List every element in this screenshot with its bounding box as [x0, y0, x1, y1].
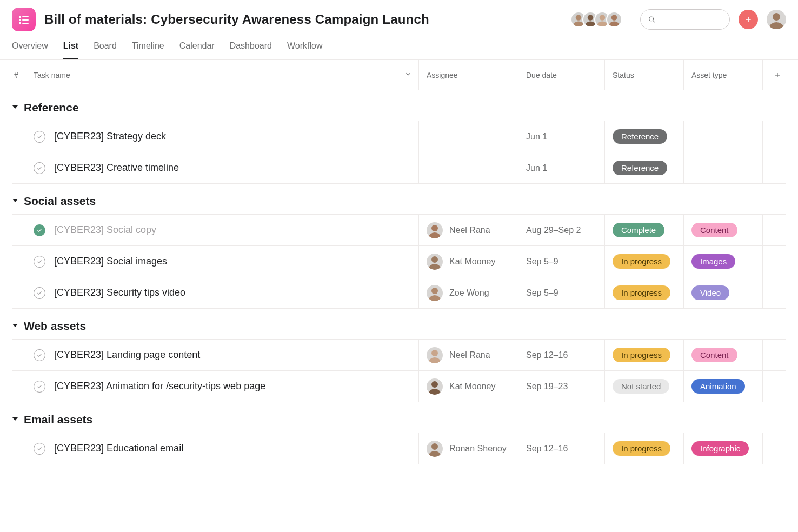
assignee-name: Neel Rana: [449, 350, 490, 360]
caret-down-icon[interactable]: [12, 415, 18, 424]
asset-type-cell[interactable]: Video: [683, 277, 762, 308]
section-header[interactable]: Web assets: [12, 309, 786, 339]
tab-timeline[interactable]: Timeline: [132, 37, 164, 59]
assignee-cell[interactable]: Ronan Shenoy: [418, 433, 518, 464]
complete-checkbox[interactable]: [34, 381, 45, 393]
due-date-cell[interactable]: Jun 1: [518, 121, 604, 152]
view-tabs: OverviewListBoardTimelineCalendarDashboa…: [0, 31, 798, 60]
col-status[interactable]: Status: [604, 60, 683, 90]
tab-list[interactable]: List: [63, 37, 78, 59]
complete-checkbox[interactable]: [34, 224, 45, 236]
asset-type-cell[interactable]: [683, 152, 762, 183]
assignee-cell[interactable]: Kat Mooney: [418, 246, 518, 277]
assignee-cell[interactable]: Zoe Wong: [418, 277, 518, 308]
assignee-cell[interactable]: Neel Rana: [418, 215, 518, 245]
status-cell[interactable]: Complete: [604, 215, 683, 245]
tab-dashboard[interactable]: Dashboard: [230, 37, 272, 59]
assignee-cell[interactable]: Neel Rana: [418, 340, 518, 370]
col-num[interactable]: #: [12, 71, 31, 79]
task-name-cell[interactable]: [CYBER23] Educational email: [31, 443, 418, 455]
add-button[interactable]: [739, 10, 758, 29]
status-cell[interactable]: In progress: [604, 433, 683, 464]
project-title[interactable]: Bill of materials: Cybersecurity Awarene…: [44, 12, 429, 27]
tab-workflow[interactable]: Workflow: [287, 37, 323, 59]
task-row[interactable]: [CYBER23] Security tips videoZoe WongSep…: [12, 277, 786, 309]
due-date-cell[interactable]: Sep 12–16: [518, 340, 604, 370]
status-cell[interactable]: In progress: [604, 277, 683, 308]
assignee-cell[interactable]: Kat Mooney: [418, 371, 518, 402]
task-name: [CYBER23] Educational email: [54, 443, 183, 454]
task-row[interactable]: [CYBER23] Social copyNeel RanaAug 29–Sep…: [12, 215, 786, 246]
task-row[interactable]: [CYBER23] Educational emailRonan ShenoyS…: [12, 433, 786, 464]
tab-overview[interactable]: Overview: [12, 37, 48, 59]
asset-type-cell[interactable]: Content: [683, 340, 762, 370]
add-column-button[interactable]: [762, 60, 786, 90]
caret-down-icon[interactable]: [12, 196, 18, 206]
task-name: [CYBER23] Social copy: [54, 224, 156, 236]
svg-point-7: [573, 21, 583, 26]
chevron-down-icon[interactable]: [404, 70, 412, 79]
col-assignee[interactable]: Assignee: [418, 60, 518, 90]
task-name-cell[interactable]: [CYBER23] Social images: [31, 256, 418, 268]
asset-type-cell[interactable]: Images: [683, 246, 762, 277]
extra-cell: [762, 215, 786, 245]
status-cell[interactable]: Reference: [604, 121, 683, 152]
task-name-cell[interactable]: [CYBER23] Landing page content: [31, 349, 418, 361]
project-icon[interactable]: [12, 8, 36, 31]
asset-type-cell[interactable]: [683, 121, 762, 152]
asset-type-cell[interactable]: Infographic: [683, 433, 762, 464]
col-due-date[interactable]: Due date: [518, 60, 604, 90]
svg-point-23: [429, 232, 441, 238]
task-row[interactable]: [CYBER23] Animation for /security-tips w…: [12, 371, 786, 402]
svg-point-22: [431, 225, 438, 231]
due-date-cell[interactable]: Sep 19–23: [518, 371, 604, 402]
task-name-cell[interactable]: [CYBER23] Security tips video: [31, 287, 418, 299]
assignee-cell[interactable]: [418, 121, 518, 152]
plus-icon: [744, 15, 753, 24]
status-cell[interactable]: Reference: [604, 152, 683, 183]
tab-calendar[interactable]: Calendar: [179, 37, 215, 59]
due-date-cell[interactable]: Sep 12–16: [518, 433, 604, 464]
complete-checkbox[interactable]: [34, 256, 45, 268]
complete-checkbox[interactable]: [34, 131, 45, 143]
task-name-cell[interactable]: [CYBER23] Strategy deck: [31, 131, 418, 143]
status-cell[interactable]: In progress: [604, 340, 683, 370]
collaborator-avatars[interactable]: [570, 11, 622, 28]
due-date: Sep 12–16: [526, 444, 568, 454]
task-row[interactable]: [CYBER23] Social imagesKat MooneySep 5–9…: [12, 246, 786, 277]
caret-down-icon[interactable]: [12, 103, 18, 112]
task-name-cell[interactable]: [CYBER23] Creative timeline: [31, 162, 418, 174]
complete-checkbox[interactable]: [34, 162, 45, 174]
task-name: [CYBER23] Landing page content: [54, 349, 200, 361]
status-cell[interactable]: In progress: [604, 246, 683, 277]
section-header[interactable]: Social assets: [12, 184, 786, 214]
section-header[interactable]: Reference: [12, 90, 786, 121]
due-date-cell[interactable]: Sep 5–9: [518, 246, 604, 277]
asset-type-cell[interactable]: Content: [683, 215, 762, 245]
user-avatar[interactable]: [767, 10, 786, 29]
avatar[interactable]: [606, 11, 622, 28]
due-date-cell[interactable]: Jun 1: [518, 152, 604, 183]
tab-board[interactable]: Board: [94, 37, 117, 59]
extra-cell: [762, 246, 786, 277]
task-row[interactable]: [CYBER23] Strategy deckJun 1Reference: [12, 121, 786, 152]
complete-checkbox[interactable]: [34, 287, 45, 299]
svg-rect-3: [22, 19, 29, 21]
col-task-name[interactable]: Task name: [31, 70, 418, 79]
task-row[interactable]: [CYBER23] Landing page contentNeel RanaS…: [12, 340, 786, 371]
assignee-cell[interactable]: [418, 152, 518, 183]
status-cell[interactable]: Not started: [604, 371, 683, 402]
complete-checkbox[interactable]: [34, 349, 45, 361]
section-header[interactable]: Email assets: [12, 402, 786, 433]
col-asset-type[interactable]: Asset type: [683, 60, 762, 90]
caret-down-icon[interactable]: [12, 321, 18, 331]
search-box[interactable]: [640, 9, 730, 30]
task-name-cell[interactable]: [CYBER23] Animation for /security-tips w…: [31, 381, 418, 393]
complete-checkbox[interactable]: [34, 443, 45, 455]
due-date-cell[interactable]: Aug 29–Sep 2: [518, 215, 604, 245]
search-input[interactable]: [660, 15, 722, 24]
task-row[interactable]: [CYBER23] Creative timelineJun 1Referenc…: [12, 152, 786, 184]
task-name-cell[interactable]: [CYBER23] Social copy: [31, 224, 418, 236]
due-date-cell[interactable]: Sep 5–9: [518, 277, 604, 308]
asset-type-cell[interactable]: Animation: [683, 371, 762, 402]
